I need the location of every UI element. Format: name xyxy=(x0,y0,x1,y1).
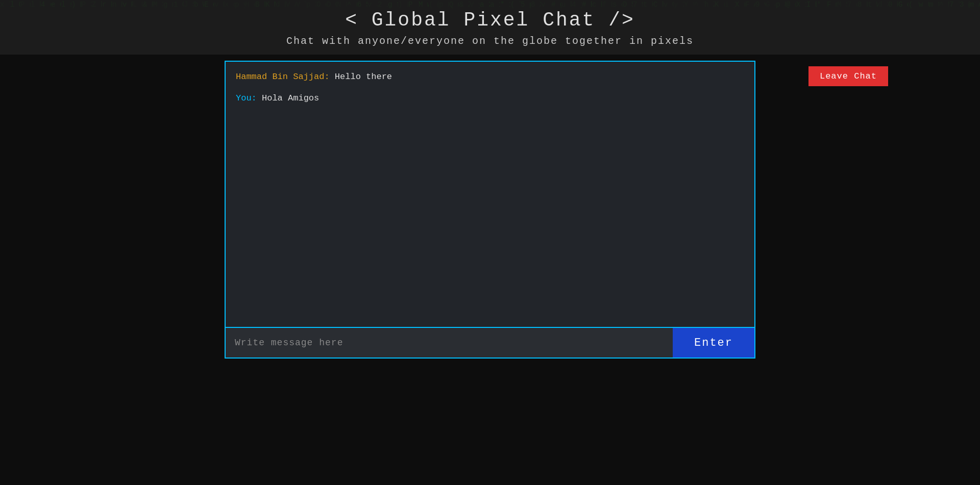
message-line: Hammad Bin Sajjad: Hello there xyxy=(236,71,744,83)
main-content: Hammad Bin Sajjad: Hello thereYou: Hola … xyxy=(0,55,980,485)
page-wrapper: < Global Pixel Chat /> Chat with anyone/… xyxy=(0,0,980,485)
header: < Global Pixel Chat /> Chat with anyone/… xyxy=(0,0,980,55)
message-sender: You: xyxy=(236,93,262,103)
leave-chat-button[interactable]: Leave Chat xyxy=(808,66,888,86)
message-text: Hola Amigos xyxy=(262,93,319,103)
messages-area: Hammad Bin Sajjad: Hello thereYou: Hola … xyxy=(226,62,754,327)
input-area: Enter xyxy=(226,327,754,358)
app-subtitle: Chat with anyone/everyone on the globe t… xyxy=(0,35,980,47)
enter-button[interactable]: Enter xyxy=(673,328,754,358)
message-input[interactable] xyxy=(226,328,673,358)
message-line: You: Hola Amigos xyxy=(236,92,744,105)
chat-container: Hammad Bin Sajjad: Hello thereYou: Hola … xyxy=(225,61,755,359)
message-text: Hello there xyxy=(335,72,392,82)
message-sender: Hammad Bin Sajjad: xyxy=(236,72,335,82)
app-title: < Global Pixel Chat /> xyxy=(0,9,980,31)
